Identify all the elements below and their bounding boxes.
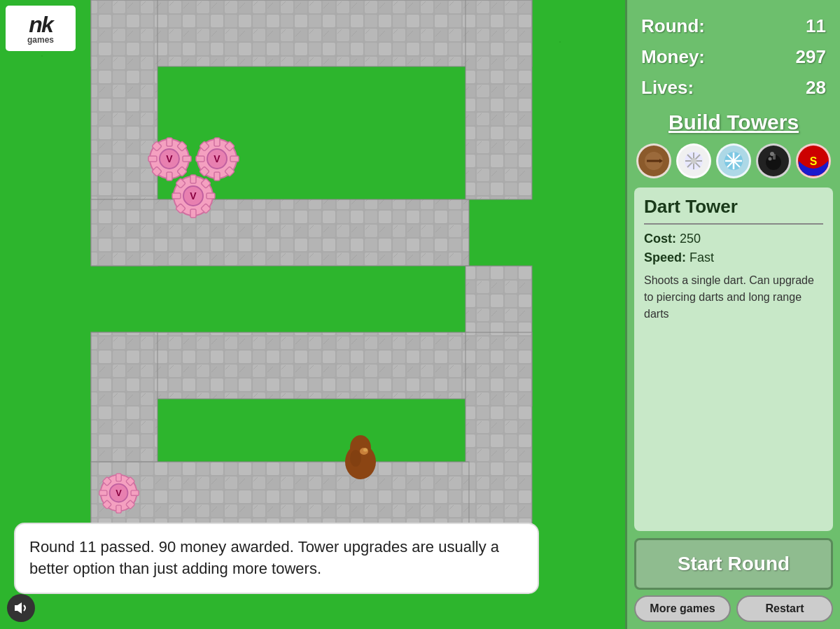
speed-label: Speed: <box>644 250 686 264</box>
right-panel: Round: 11 Money: 297 Lives: 28 Build Tow… <box>625 0 840 629</box>
round-value: 11 <box>806 10 826 41</box>
svg-rect-43 <box>206 193 215 199</box>
message-box: Round 11 passed. 90 money awarded. Tower… <box>14 523 539 594</box>
super-icon: S <box>798 143 829 178</box>
ice-tower-icon[interactable] <box>716 143 751 178</box>
svg-rect-10 <box>465 0 532 199</box>
game-area: nk games V <box>0 0 625 629</box>
svg-rect-13 <box>465 332 532 528</box>
lives-value: 28 <box>806 72 826 103</box>
sound-icon <box>13 600 29 616</box>
svg-rect-32 <box>230 156 239 162</box>
svg-rect-54 <box>131 490 139 495</box>
bottom-buttons: More games Restart <box>634 595 833 622</box>
tower-gear-4[interactable]: V <box>98 472 140 514</box>
svg-rect-15 <box>91 462 469 528</box>
tower-info-panel: Dart Tower Cost: 250 Speed: Fast Shoots … <box>634 188 833 531</box>
spike-icon <box>683 150 704 171</box>
svg-marker-65 <box>15 602 22 614</box>
svg-point-74 <box>691 158 696 164</box>
bomb-tower-icon[interactable] <box>756 143 791 178</box>
restart-button[interactable]: Restart <box>736 595 833 622</box>
spike-tower-icon[interactable] <box>676 143 711 178</box>
build-towers-title: Build Towers <box>634 111 833 134</box>
money-label: Money: <box>641 41 705 72</box>
svg-rect-41 <box>190 209 196 218</box>
svg-point-64 <box>350 450 361 467</box>
lives-label: Lives: <box>641 72 694 103</box>
svg-point-63 <box>363 448 368 452</box>
stats-section: Round: 11 Money: 297 Lives: 28 <box>634 7 833 107</box>
logo-games: games <box>27 36 54 44</box>
svg-point-83 <box>768 157 771 160</box>
enemy-creature <box>336 427 385 483</box>
svg-text:V: V <box>214 153 220 164</box>
round-label: Round: <box>641 10 705 41</box>
dart-tower-icon[interactable] <box>636 143 671 178</box>
money-row: Money: 297 <box>641 41 826 72</box>
svg-rect-9 <box>91 199 469 266</box>
tower-speed: Speed: Fast <box>644 250 823 265</box>
svg-rect-52 <box>116 505 121 513</box>
svg-text:S: S <box>809 155 817 167</box>
cost-label: Cost: <box>644 232 676 246</box>
tower-description: Shoots a single dart. Can upgrade to pie… <box>644 272 823 323</box>
svg-rect-42 <box>172 193 181 199</box>
logo-nk: nk <box>27 13 54 36</box>
tower-icons-row: S <box>634 143 833 178</box>
svg-rect-18 <box>167 138 172 146</box>
message-text: Round 11 passed. 90 money awarded. Tower… <box>29 538 499 577</box>
svg-rect-29 <box>214 138 220 146</box>
svg-rect-40 <box>190 175 196 183</box>
dart-icon <box>643 150 664 171</box>
super-tower-icon[interactable]: S <box>796 143 831 178</box>
sound-button[interactable] <box>7 594 35 622</box>
svg-point-82 <box>770 152 774 156</box>
svg-rect-31 <box>196 156 204 162</box>
bomb-icon <box>763 150 784 171</box>
start-round-button[interactable]: Start Round <box>634 538 833 590</box>
money-value: 297 <box>796 41 826 72</box>
svg-rect-21 <box>183 156 191 162</box>
ice-icon <box>723 150 744 171</box>
more-games-button[interactable]: More games <box>634 595 731 622</box>
svg-text:V: V <box>190 190 197 202</box>
svg-rect-51 <box>116 474 121 481</box>
tower-name: Dart Tower <box>644 196 823 225</box>
speed-value: Fast <box>690 250 714 264</box>
tower-cost: Cost: 250 <box>644 232 823 246</box>
svg-rect-20 <box>148 156 157 162</box>
nk-games-logo: nk games <box>6 6 76 51</box>
round-row: Round: 11 <box>641 10 826 41</box>
tower-gear-3[interactable]: V <box>171 174 216 219</box>
svg-text:V: V <box>166 153 173 164</box>
lives-row: Lives: 28 <box>641 72 826 103</box>
svg-text:V: V <box>115 488 122 498</box>
svg-rect-53 <box>99 490 107 495</box>
cost-value: 250 <box>680 232 701 246</box>
